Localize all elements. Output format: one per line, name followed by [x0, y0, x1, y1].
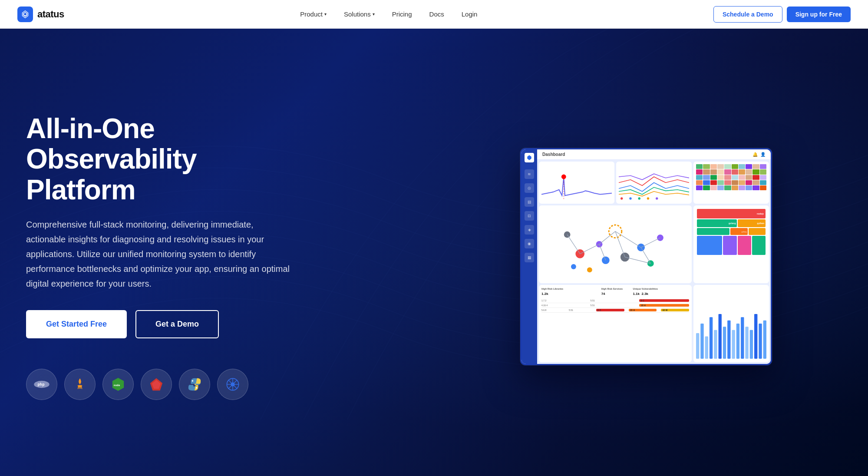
svg-rect-44 — [710, 317, 713, 359]
svg-line-31 — [615, 231, 641, 248]
nav-solutions[interactable]: Solutions ▾ — [337, 7, 382, 21]
stats-row-1: 1.7.2 5.51 6 C — [541, 298, 689, 303]
schedule-demo-button[interactable]: Schedule a Demo — [713, 6, 782, 23]
svg-line-29 — [599, 231, 615, 245]
product-chevron-icon: ▾ — [324, 12, 327, 17]
nodejs-icon: node — [102, 369, 134, 400]
get-started-button[interactable]: Get Started Free — [26, 310, 127, 338]
svg-rect-49 — [732, 330, 735, 359]
svg-point-37 — [571, 264, 576, 269]
tech-icons-row: php node — [26, 369, 304, 400]
svg-point-19 — [647, 197, 649, 199]
svg-rect-41 — [696, 333, 699, 359]
nav-links: Product ▾ Solutions ▾ Pricing Docs Login — [293, 7, 484, 21]
svg-rect-56 — [763, 320, 766, 358]
svg-rect-52 — [745, 327, 748, 359]
sidebar-icon-6: ◉ — [525, 239, 534, 248]
svg-line-40 — [625, 257, 650, 264]
heatmap-chart: // Will be rendered inline below — [696, 164, 766, 190]
stats-header: High Risk Libraries High Risk Services U… — [541, 288, 689, 290]
svg-point-27 — [647, 260, 654, 267]
nav-pricing[interactable]: Pricing — [385, 7, 419, 21]
notif-icon: 🔔 — [752, 152, 758, 157]
svg-line-32 — [580, 245, 599, 254]
sidebar-icon-5: ◈ — [525, 225, 534, 235]
svg-line-34 — [641, 248, 650, 264]
php-icon: php — [26, 369, 57, 400]
logo-icon — [17, 7, 33, 22]
badge-high-3: 18 H — [629, 309, 657, 311]
nav-product[interactable]: Product ▾ — [293, 7, 333, 21]
hero-left: All-in-One Observability Platform Compre… — [26, 113, 321, 400]
svg-rect-47 — [723, 327, 726, 359]
nav-docs[interactable]: Docs — [422, 7, 451, 21]
chart-card-3: // Will be rendered inline below — [693, 162, 769, 204]
treemap-label-nodejs: nodejs — [757, 212, 764, 215]
dashboard-frame: ≋ ◎ ▤ ⊟ ◈ ◉ ▦ Dashboard 🔔 — [520, 148, 772, 365]
svg-line-33 — [599, 245, 606, 261]
ruby-icon — [141, 369, 172, 400]
python-icon — [179, 369, 210, 400]
user-icon: 👤 — [760, 152, 766, 157]
dashboard-header: Dashboard 🔔 👤 — [537, 149, 771, 160]
svg-point-18 — [638, 197, 640, 199]
svg-point-17 — [629, 197, 631, 199]
badge-critical-1: 6 C — [639, 299, 689, 302]
stats-col-vulnerabilities: Unique Vulnerabilities — [633, 288, 689, 290]
java-icon — [64, 369, 96, 400]
svg-rect-42 — [700, 324, 703, 359]
hero-content: All-in-One Observability Platform Compre… — [0, 29, 868, 476]
svg-rect-48 — [727, 320, 730, 358]
topology-svg — [541, 208, 689, 281]
chart-card-4 — [539, 205, 692, 283]
multiline-chart-svg — [619, 164, 689, 201]
svg-rect-46 — [719, 314, 722, 359]
svg-point-16 — [620, 197, 623, 199]
solutions-chevron-icon: ▾ — [373, 12, 375, 17]
badge-medium-3: 42 M — [661, 309, 689, 311]
dashboard-sidebar: ≋ ◎ ▤ ⊟ ◈ ◉ ▦ — [521, 149, 537, 364]
svg-rect-55 — [759, 324, 762, 359]
chart-card-1 — [539, 162, 614, 204]
svg-point-7 — [196, 387, 197, 388]
svg-text:node: node — [114, 383, 120, 387]
sidebar-icon-7: ▦ — [525, 253, 534, 262]
svg-rect-43 — [705, 336, 708, 359]
sidebar-icon-3: ▤ — [525, 197, 534, 207]
sidebar-icon-2: ◎ — [525, 183, 534, 193]
chart-card-5: nodejs golang python — [693, 205, 769, 283]
hero-description: Comprehensive full-stack monitoring, del… — [26, 217, 295, 291]
stats-chart: High Risk Libraries High Risk Services U… — [541, 288, 689, 313]
hero-right: ≋ ◎ ▤ ⊟ ◈ ◉ ▦ Dashboard 🔔 — [450, 148, 842, 365]
chart-card-2 — [616, 162, 692, 204]
svg-line-35 — [567, 235, 580, 254]
nav-actions: Schedule a Demo Sign up for Free — [713, 6, 851, 23]
dashboard-main: Dashboard 🔔 👤 — [537, 149, 771, 364]
stats-row-3: 5.6.8 5.51 6 C 18 H 42 M — [541, 308, 689, 313]
treemap-label-golang2: golang — [742, 231, 747, 233]
svg-rect-53 — [750, 330, 753, 359]
svg-point-24 — [602, 257, 610, 264]
dashboard-header-actions: 🔔 👤 — [752, 152, 766, 157]
nav-login[interactable]: Login — [455, 7, 485, 21]
svg-point-20 — [656, 197, 658, 199]
svg-rect-51 — [741, 317, 744, 359]
svg-point-6 — [192, 380, 193, 381]
get-demo-button[interactable]: Get a Demo — [135, 310, 219, 338]
hero-buttons: Get Started Free Get a Demo — [26, 310, 304, 338]
dashboard-inner: ≋ ◎ ▤ ⊟ ◈ ◉ ▦ Dashboard 🔔 — [521, 149, 771, 364]
dash-logo — [525, 153, 534, 162]
hero-title: All-in-One Observability Platform — [26, 113, 304, 205]
svg-line-39 — [641, 238, 660, 248]
stats-col-services: High Risk Services — [601, 288, 630, 290]
navbar: atatus Product ▾ Solutions ▾ Pricing Doc… — [0, 0, 868, 29]
dashboard-grid: // Will be rendered inline below — [537, 160, 771, 364]
logo-link[interactable]: atatus — [17, 7, 64, 22]
badge-high-2: 18 H — [639, 304, 689, 307]
hero-section: All-in-One Observability Platform Compre… — [0, 0, 868, 476]
svg-point-36 — [587, 268, 592, 273]
chart-card-6: High Risk Libraries High Risk Services U… — [539, 285, 692, 362]
atatus-icon-svg — [20, 10, 30, 19]
signup-button[interactable]: Sign up for Free — [787, 7, 851, 22]
stat-value-3-4: 1.1k 2.3k — [633, 292, 689, 296]
